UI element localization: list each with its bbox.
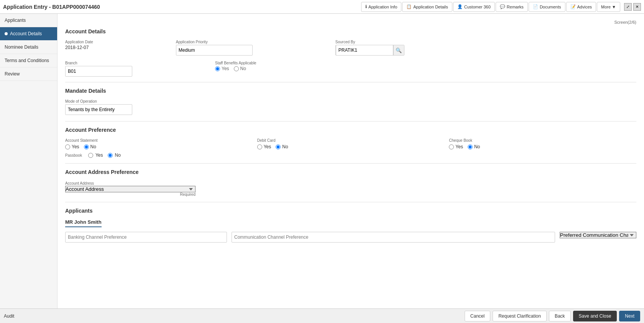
applicants-section-title: Applicants	[65, 208, 636, 214]
sourced-by-input[interactable]: PRATIK1	[336, 45, 393, 56]
cheque-book-radio-group: Yes No	[449, 144, 636, 149]
save-and-close-button[interactable]: Save and Close	[573, 311, 617, 321]
debit-card-no-radio[interactable]	[276, 144, 281, 149]
title-bar: Application Entry - B01APP000074460 ℹ Ap…	[0, 0, 644, 14]
sourced-by-field: Sourced By PRATIK1 🔍	[335, 40, 404, 56]
staff-benefits-no-radio[interactable]	[234, 66, 239, 71]
account-preference-section: Account Preference Account Statement Yes…	[65, 127, 636, 158]
staff-benefits-yes-radio[interactable]	[215, 66, 220, 71]
application-priority-label: Application Priority	[176, 40, 253, 44]
account-statement-no-label[interactable]: No	[84, 144, 96, 149]
sourced-by-input-wrap: PRATIK1 🔍	[335, 45, 404, 56]
banking-channel-input[interactable]	[65, 232, 227, 243]
account-details-title: Account Details	[65, 28, 636, 34]
app-details-btn[interactable]: 📋 Application Details	[402, 2, 452, 12]
communication-channel-input[interactable]	[232, 232, 555, 243]
documents-btn[interactable]: 📄 Documents	[529, 2, 565, 12]
channel-preference-row: Preferred Communication Channel... Email…	[65, 232, 636, 243]
debit-card-yes-radio[interactable]	[257, 144, 262, 149]
close-btn[interactable]: ✕	[633, 3, 641, 11]
branch-select[interactable]: B01 B02 B03	[65, 66, 132, 77]
account-statement-yes-label[interactable]: Yes	[65, 144, 79, 149]
account-address-preference-section: Account Address Preference Account Addre…	[65, 169, 636, 197]
chevron-down-icon: ▼	[612, 5, 616, 9]
account-statement-no-radio[interactable]	[84, 144, 89, 149]
applicant-tab[interactable]: MR John Smith	[65, 219, 102, 227]
cheque-book-label: Cheque Book	[449, 138, 636, 143]
cheque-book-pref: Cheque Book Yes No	[449, 138, 636, 149]
staff-benefits-field: Staff Benefits Applicable Yes No	[215, 61, 256, 72]
passbook-no-radio[interactable]	[108, 153, 113, 158]
sourced-by-search-btn[interactable]: 🔍	[393, 45, 404, 55]
mode-of-operation-label: Mode of Operation	[65, 99, 636, 103]
account-statement-yes-radio[interactable]	[65, 144, 70, 149]
debit-card-pref: Debit Card Yes No	[257, 138, 445, 149]
banking-channel-field	[65, 232, 227, 243]
passbook-yes-radio[interactable]	[88, 153, 93, 158]
debit-card-no-label[interactable]: No	[276, 144, 288, 149]
documents-icon: 📄	[533, 4, 538, 9]
account-statement-label: Account Statement	[65, 138, 253, 143]
debit-card-radio-group: Yes No	[257, 144, 445, 149]
cheque-book-yes-radio[interactable]	[449, 144, 454, 149]
account-address-preference-title: Account Address Preference	[65, 169, 636, 175]
advices-btn[interactable]: 📝 Advices	[566, 2, 596, 12]
info-icon: ℹ	[365, 4, 367, 9]
branch-staff-row: Branch B01 B02 B03 Staff Benefits Applic…	[65, 61, 636, 77]
divider-2	[65, 121, 636, 121]
account-statement-radio-group: Yes No	[65, 144, 253, 149]
nav-buttons: ℹ Application Info 📋 Application Details…	[361, 2, 641, 12]
account-preference-title: Account Preference	[65, 127, 636, 133]
mandate-details-title: Mandate Details	[65, 88, 636, 94]
customer360-btn[interactable]: 👤 Customer 360	[453, 2, 495, 12]
passbook-no-label[interactable]: No	[108, 152, 121, 158]
sidebar-item-applicants[interactable]: Applicants	[0, 14, 57, 27]
staff-benefits-no-label[interactable]: No	[234, 66, 246, 71]
staff-benefits-yes-label[interactable]: Yes	[215, 66, 229, 71]
more-btn[interactable]: More ▼	[597, 2, 620, 12]
screen-label: Screen(2/6)	[65, 20, 636, 25]
sidebar-item-review[interactable]: Review	[0, 67, 57, 81]
action-buttons: Cancel Request Clarification Back Save a…	[465, 311, 640, 321]
cheque-book-no-radio[interactable]	[468, 144, 473, 149]
passbook-yes-label[interactable]: Yes	[88, 152, 103, 158]
advices-icon: 📝	[570, 4, 576, 9]
preferred-channel-select[interactable]: Preferred Communication Channel... Email…	[560, 232, 636, 238]
app-title: Application Entry - B01APP000074460	[3, 4, 100, 10]
sourced-by-label: Sourced By	[335, 40, 404, 44]
mode-of-operation-select[interactable]: Tenants by the Entirety Single Jointly E…	[65, 104, 132, 115]
next-button[interactable]: Next	[619, 311, 640, 321]
remarks-btn[interactable]: 💬 Remarks	[496, 2, 528, 12]
app-info-btn[interactable]: ℹ Application Info	[361, 2, 401, 12]
application-priority-select[interactable]: Medium Low High	[176, 45, 253, 56]
details-icon: 📋	[406, 4, 412, 9]
passbook-radio-group: Yes No	[88, 152, 121, 158]
resize-btn[interactable]: ⤢	[624, 3, 632, 11]
sidebar-item-account-details[interactable]: Account Details	[0, 27, 57, 41]
application-date-label: Application Date	[65, 40, 93, 44]
application-priority-field: Application Priority Medium Low High	[176, 40, 253, 56]
divider-4	[65, 202, 636, 202]
sidebar-item-terms-conditions[interactable]: Terms and Conditions	[0, 54, 57, 67]
active-bullet	[5, 32, 8, 35]
passbook-pref: Passbook Yes No	[65, 152, 636, 158]
cheque-book-no-label[interactable]: No	[468, 144, 480, 149]
cheque-book-yes-label[interactable]: Yes	[449, 144, 463, 149]
debit-card-yes-label[interactable]: Yes	[257, 144, 271, 149]
request-clarification-button[interactable]: Request Clarification	[493, 311, 547, 321]
required-text: Required	[65, 192, 196, 197]
account-address-label: Account Address	[65, 181, 94, 185]
back-button[interactable]: Back	[549, 311, 571, 321]
remarks-icon: 💬	[500, 4, 505, 9]
debit-card-label: Debit Card	[257, 138, 445, 143]
mandate-details-section: Mandate Details Mode of Operation Tenant…	[65, 88, 636, 115]
branch-label: Branch	[65, 61, 132, 65]
applicants-section: Applicants MR John Smith Preferred Commu…	[65, 208, 636, 243]
cancel-button[interactable]: Cancel	[465, 311, 490, 321]
window-controls: ⤢ ✕	[624, 3, 641, 11]
sidebar-item-nominee-details[interactable]: Nominee Details	[0, 41, 57, 54]
passbook-label: Passbook	[65, 152, 82, 158]
account-address-select[interactable]: Account Address Communication Address Pe…	[65, 186, 196, 192]
audit-label[interactable]: Audit	[4, 313, 14, 319]
preference-grid: Account Statement Yes No Debit	[65, 138, 636, 149]
